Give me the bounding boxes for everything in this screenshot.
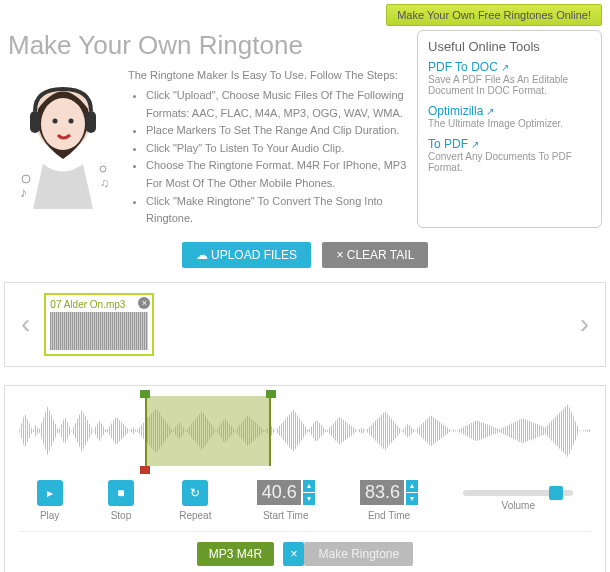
waveform-graphic <box>19 396 591 466</box>
external-icon: ↗ <box>486 106 494 117</box>
end-time-down[interactable]: ▾ <box>406 493 418 505</box>
tool-desc: Convert Any Documents To PDF Format. <box>428 151 591 173</box>
tool-link-to-pdf[interactable]: To PDF <box>428 137 468 151</box>
playhead-handle[interactable] <box>140 466 150 474</box>
end-time-up[interactable]: ▴ <box>406 480 418 492</box>
upload-files-button[interactable]: UPLOAD FILES <box>182 242 311 268</box>
tool-link-pdf-to-doc[interactable]: PDF To DOC <box>428 60 498 74</box>
carousel-next-icon[interactable]: › <box>574 308 595 340</box>
selection-range[interactable] <box>145 396 271 466</box>
intro-lead: The Ringtone Maker Is Easy To Use. Follo… <box>128 69 407 81</box>
volume-thumb[interactable] <box>549 486 563 500</box>
clear-tail-button[interactable]: CLEAR TAIL <box>322 242 428 268</box>
svg-point-4 <box>69 119 74 124</box>
banner-cta[interactable]: Make Your Own Free Ringtones Online! <box>386 4 602 26</box>
start-time-label: Start Time <box>257 510 315 521</box>
svg-text:♫: ♫ <box>100 176 109 190</box>
svg-text:♪: ♪ <box>20 184 27 200</box>
close-icon[interactable]: × <box>283 542 304 566</box>
svg-point-3 <box>53 119 58 124</box>
external-icon: ↗ <box>471 139 479 150</box>
repeat-button[interactable]: ↻ <box>182 480 208 506</box>
file-carousel: ‹ 07 Alder On.mp3 × › <box>4 282 606 367</box>
step-item: Click "Upload", Choose Music Files Of Th… <box>146 87 407 122</box>
range-end-handle[interactable] <box>266 390 276 398</box>
end-time-label: End Time <box>360 510 418 521</box>
repeat-label: Repeat <box>179 510 211 521</box>
svg-rect-5 <box>30 111 40 133</box>
page-title: Make Your Own Ringtone <box>8 30 407 61</box>
volume-slider[interactable] <box>463 490 573 496</box>
step-item: Place Markers To Set The Range And Clip … <box>146 122 407 140</box>
svg-rect-6 <box>86 111 96 133</box>
start-time-down[interactable]: ▾ <box>303 493 315 505</box>
tool-desc: The Ultimate Image Optimizer. <box>428 118 591 129</box>
stop-button[interactable]: ■ <box>108 480 134 506</box>
hero-illustration: ♪ ♫ <box>8 69 118 209</box>
step-item: Click "Play" To Listen To Your Audio Cli… <box>146 140 407 158</box>
file-thumbnail-wave <box>50 312 148 350</box>
tool-desc: Save A PDF File As An Editable Document … <box>428 74 591 96</box>
step-item: Choose The Ringtone Format. M4R For IPho… <box>146 157 407 192</box>
stop-label: Stop <box>108 510 134 521</box>
file-remove-icon[interactable]: × <box>138 297 150 309</box>
make-ringtone-button[interactable]: Make Ringtone <box>304 542 413 566</box>
start-time-value[interactable]: 40.6 <box>257 480 301 505</box>
step-item: Click "Make Ringtone" To Convert The Son… <box>146 193 407 228</box>
audio-editor: ▸ Play ■ Stop ↻ Repeat 40.6 ▴ ▾ Start Ti… <box>4 385 606 572</box>
range-start-handle[interactable] <box>140 390 150 398</box>
end-time-value[interactable]: 83.6 <box>360 480 404 505</box>
format-toggle-button[interactable]: MP3 M4R <box>197 542 274 566</box>
play-button[interactable]: ▸ <box>37 480 63 506</box>
sidebar-heading: Useful Online Tools <box>428 39 591 54</box>
start-time-up[interactable]: ▴ <box>303 480 315 492</box>
play-label: Play <box>37 510 63 521</box>
sidebar-tools: Useful Online Tools PDF To DOC ↗ Save A … <box>417 30 602 228</box>
steps-list: Click "Upload", Choose Music Files Of Th… <box>128 87 407 228</box>
file-tile[interactable]: 07 Alder On.mp3 × <box>44 293 154 356</box>
carousel-prev-icon[interactable]: ‹ <box>15 308 36 340</box>
file-name: 07 Alder On.mp3 <box>50 299 148 310</box>
volume-label: Volume <box>463 500 573 511</box>
waveform[interactable] <box>19 396 591 466</box>
svg-point-2 <box>41 98 85 150</box>
external-icon: ↗ <box>501 62 509 73</box>
tool-link-optimizilla[interactable]: Optimizilla <box>428 104 483 118</box>
